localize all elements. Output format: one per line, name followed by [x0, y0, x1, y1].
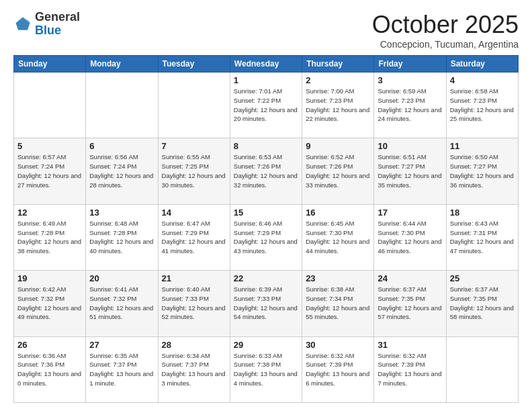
day-number: 31: [378, 340, 442, 350]
table-row: 26Sunrise: 6:36 AM Sunset: 7:36 PM Dayli…: [14, 336, 86, 402]
day-info: Sunrise: 6:59 AM Sunset: 7:23 PM Dayligh…: [378, 87, 442, 124]
table-row: 8Sunrise: 6:53 AM Sunset: 7:26 PM Daylig…: [230, 138, 302, 204]
day-number: 2: [306, 75, 370, 85]
table-row: 17Sunrise: 6:44 AM Sunset: 7:30 PM Dayli…: [374, 204, 446, 270]
day-number: 8: [234, 141, 298, 151]
table-row: 10Sunrise: 6:51 AM Sunset: 7:27 PM Dayli…: [374, 138, 446, 204]
day-number: 22: [234, 273, 298, 283]
day-info: Sunrise: 6:41 AM Sunset: 7:32 PM Dayligh…: [89, 285, 154, 322]
day-number: 16: [306, 208, 370, 218]
day-info: Sunrise: 6:37 AM Sunset: 7:35 PM Dayligh…: [450, 285, 515, 322]
header: General Blue October 2025 Concepcion, Tu…: [13, 11, 519, 50]
day-info: Sunrise: 6:44 AM Sunset: 7:30 PM Dayligh…: [378, 219, 442, 256]
table-row: 12Sunrise: 6:49 AM Sunset: 7:28 PM Dayli…: [14, 204, 86, 270]
weekday-header-row: Sunday Monday Tuesday Wednesday Thursday…: [14, 56, 519, 73]
day-info: Sunrise: 6:58 AM Sunset: 7:23 PM Dayligh…: [450, 87, 515, 124]
day-info: Sunrise: 6:52 AM Sunset: 7:26 PM Dayligh…: [306, 152, 370, 189]
page: General Blue October 2025 Concepcion, Tu…: [0, 0, 532, 411]
table-row: 14Sunrise: 6:47 AM Sunset: 7:29 PM Dayli…: [158, 204, 230, 270]
table-row: 28Sunrise: 6:34 AM Sunset: 7:37 PM Dayli…: [158, 336, 230, 402]
header-sunday: Sunday: [14, 56, 86, 73]
day-number: 4: [450, 75, 515, 85]
day-info: Sunrise: 6:35 AM Sunset: 7:37 PM Dayligh…: [89, 351, 154, 388]
day-number: 19: [17, 273, 82, 283]
header-thursday: Thursday: [302, 56, 374, 73]
day-info: Sunrise: 6:33 AM Sunset: 7:38 PM Dayligh…: [234, 351, 298, 388]
day-info: Sunrise: 6:32 AM Sunset: 7:39 PM Dayligh…: [306, 351, 370, 388]
day-info: Sunrise: 6:49 AM Sunset: 7:28 PM Dayligh…: [17, 219, 82, 256]
table-row: 15Sunrise: 6:46 AM Sunset: 7:29 PM Dayli…: [230, 204, 302, 270]
table-row: 7Sunrise: 6:55 AM Sunset: 7:25 PM Daylig…: [158, 138, 230, 204]
day-number: 13: [89, 208, 154, 218]
location-subtitle: Concepcion, Tucuman, Argentina: [372, 39, 519, 50]
day-number: 10: [378, 141, 442, 151]
logo: General Blue: [13, 11, 80, 38]
day-info: Sunrise: 6:42 AM Sunset: 7:32 PM Dayligh…: [17, 285, 82, 322]
table-row: 22Sunrise: 6:39 AM Sunset: 7:33 PM Dayli…: [230, 271, 302, 336]
day-number: 30: [306, 340, 370, 350]
table-row: 4Sunrise: 6:58 AM Sunset: 7:23 PM Daylig…: [446, 73, 518, 138]
day-number: 26: [17, 340, 82, 350]
calendar-week-row: 26Sunrise: 6:36 AM Sunset: 7:36 PM Dayli…: [14, 336, 519, 402]
day-info: Sunrise: 7:01 AM Sunset: 7:22 PM Dayligh…: [234, 87, 298, 124]
table-row: 5Sunrise: 6:57 AM Sunset: 7:24 PM Daylig…: [14, 138, 86, 204]
calendar-week-row: 1Sunrise: 7:01 AM Sunset: 7:22 PM Daylig…: [14, 73, 519, 138]
day-info: Sunrise: 6:34 AM Sunset: 7:37 PM Dayligh…: [162, 351, 226, 388]
day-info: Sunrise: 6:48 AM Sunset: 7:28 PM Dayligh…: [89, 219, 154, 256]
table-row: 29Sunrise: 6:33 AM Sunset: 7:38 PM Dayli…: [230, 336, 302, 402]
day-number: 20: [89, 273, 154, 283]
day-number: 17: [378, 208, 442, 218]
day-number: 6: [89, 141, 154, 151]
table-row: 1Sunrise: 7:01 AM Sunset: 7:22 PM Daylig…: [230, 73, 302, 138]
day-info: Sunrise: 6:37 AM Sunset: 7:35 PM Dayligh…: [378, 285, 442, 322]
title-block: October 2025 Concepcion, Tucuman, Argent…: [372, 11, 519, 50]
day-info: Sunrise: 6:47 AM Sunset: 7:29 PM Dayligh…: [162, 219, 226, 256]
table-row: 11Sunrise: 6:50 AM Sunset: 7:27 PM Dayli…: [446, 138, 518, 204]
table-row: 2Sunrise: 7:00 AM Sunset: 7:23 PM Daylig…: [302, 73, 374, 138]
day-number: 5: [17, 141, 82, 151]
day-info: Sunrise: 7:00 AM Sunset: 7:23 PM Dayligh…: [306, 87, 370, 124]
day-info: Sunrise: 6:46 AM Sunset: 7:29 PM Dayligh…: [234, 219, 298, 256]
day-info: Sunrise: 6:36 AM Sunset: 7:36 PM Dayligh…: [17, 351, 82, 388]
day-info: Sunrise: 6:38 AM Sunset: 7:34 PM Dayligh…: [306, 285, 370, 322]
day-number: 27: [89, 340, 154, 350]
day-number: 21: [162, 273, 226, 283]
calendar-table: Sunday Monday Tuesday Wednesday Thursday…: [13, 55, 519, 403]
table-row: 6Sunrise: 6:56 AM Sunset: 7:24 PM Daylig…: [86, 138, 158, 204]
day-number: 9: [306, 141, 370, 151]
table-row: 9Sunrise: 6:52 AM Sunset: 7:26 PM Daylig…: [302, 138, 374, 204]
table-row: 25Sunrise: 6:37 AM Sunset: 7:35 PM Dayli…: [446, 271, 518, 336]
logo-text: General Blue: [35, 11, 80, 38]
day-info: Sunrise: 6:40 AM Sunset: 7:33 PM Dayligh…: [162, 285, 226, 322]
day-info: Sunrise: 6:50 AM Sunset: 7:27 PM Dayligh…: [450, 152, 515, 189]
table-row: [446, 336, 518, 402]
day-info: Sunrise: 6:43 AM Sunset: 7:31 PM Dayligh…: [450, 219, 515, 256]
table-row: 23Sunrise: 6:38 AM Sunset: 7:34 PM Dayli…: [302, 271, 374, 336]
svg-marker-0: [16, 17, 30, 30]
calendar-week-row: 5Sunrise: 6:57 AM Sunset: 7:24 PM Daylig…: [14, 138, 519, 204]
calendar-week-row: 12Sunrise: 6:49 AM Sunset: 7:28 PM Dayli…: [14, 204, 519, 270]
table-row: 30Sunrise: 6:32 AM Sunset: 7:39 PM Dayli…: [302, 336, 374, 402]
day-number: 3: [378, 75, 442, 85]
table-row: [158, 73, 230, 138]
table-row: 20Sunrise: 6:41 AM Sunset: 7:32 PM Dayli…: [86, 271, 158, 336]
table-row: 13Sunrise: 6:48 AM Sunset: 7:28 PM Dayli…: [86, 204, 158, 270]
day-number: 14: [162, 208, 226, 218]
header-monday: Monday: [86, 56, 158, 73]
day-info: Sunrise: 6:57 AM Sunset: 7:24 PM Dayligh…: [17, 152, 82, 189]
day-number: 15: [234, 208, 298, 218]
day-number: 29: [234, 340, 298, 350]
day-number: 7: [162, 141, 226, 151]
day-info: Sunrise: 6:53 AM Sunset: 7:26 PM Dayligh…: [234, 152, 298, 189]
day-info: Sunrise: 6:45 AM Sunset: 7:30 PM Dayligh…: [306, 219, 370, 256]
day-number: 12: [17, 208, 82, 218]
table-row: 3Sunrise: 6:59 AM Sunset: 7:23 PM Daylig…: [374, 73, 446, 138]
day-info: Sunrise: 6:51 AM Sunset: 7:27 PM Dayligh…: [378, 152, 442, 189]
calendar-week-row: 19Sunrise: 6:42 AM Sunset: 7:32 PM Dayli…: [14, 271, 519, 336]
header-wednesday: Wednesday: [230, 56, 302, 73]
day-number: 28: [162, 340, 226, 350]
table-row: 31Sunrise: 6:32 AM Sunset: 7:39 PM Dayli…: [374, 336, 446, 402]
logo-icon: [13, 15, 32, 34]
day-number: 1: [234, 75, 298, 85]
table-row: 24Sunrise: 6:37 AM Sunset: 7:35 PM Dayli…: [374, 271, 446, 336]
